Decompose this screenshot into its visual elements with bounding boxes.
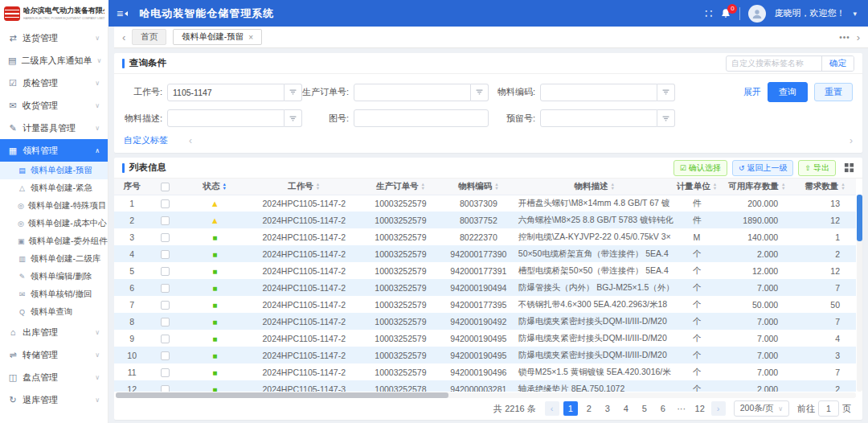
custom-tags-link[interactable]: 自定义标签 [124,134,168,146]
sidebar-item-create-reserve[interactable]: ▤领料单创建-预留 [0,162,108,179]
select-all-checkbox[interactable] [161,183,170,191]
close-icon[interactable]: × [248,33,253,42]
tags-scroll-right-icon[interactable]: › [850,135,853,146]
column-header-material_desc[interactable]: 物料描述▲▼ [515,179,674,195]
sort-icon[interactable]: ▲▼ [611,183,615,191]
column-header-stock[interactable]: 可用库存数量▲▼ [719,179,794,195]
sidebar-item-stocktake[interactable]: ◫盘点管理∨ [0,366,108,388]
sidebar-item-delivery[interactable]: ⇄送货管理∨ [0,27,108,49]
row-checkbox[interactable] [161,301,170,310]
horizontal-scrollbar-thumb[interactable] [116,392,448,398]
pagination-prev-button[interactable]: ‹ [545,401,559,416]
table-row[interactable]: 2▲2024HPC1105-1147-21000325257980037752六… [114,212,856,228]
sidebar-item-order-query[interactable]: Q领料单查询 [0,303,108,321]
material-desc-input[interactable] [167,109,285,127]
sidebar-item-create-outsource[interactable]: ▣领料单创建-委外组件 [0,232,108,250]
material-code-input[interactable] [540,84,657,101]
sidebar-item-quality[interactable]: ☑质检管理∨ [0,72,108,94]
tab-0[interactable]: 首页 [132,29,166,45]
sidebar-item-create-l2[interactable]: ▥领料单创建-二级库 [0,250,108,268]
vertical-scrollbar-thumb[interactable] [857,195,862,241]
horizontal-scrollbar[interactable] [116,392,856,398]
work-no-input[interactable] [167,84,285,101]
table-row[interactable]: 12■2024HPC1105-1147-31000325257894200000… [114,380,856,392]
sidebar-item-l2-inbound-notice[interactable]: ▤二级库入库通知单∨ [0,49,108,72]
user-greeting[interactable]: 庞晓明，欢迎您！ [774,7,845,19]
sidebar-item-receiving[interactable]: ✉收货管理∨ [0,94,108,117]
sort-icon[interactable]: ▲▼ [713,183,717,191]
pagination-next-button[interactable]: › [711,401,726,416]
sidebar-item-writeoff-revoke[interactable]: ✉领料单核销/撤回 [0,285,108,303]
pagination-page-12[interactable]: 12 [693,401,707,416]
column-header-unit[interactable]: 计量单位▲▼ [674,179,720,195]
table-row[interactable]: 7■2024HPC1105-1147-210003252579942000177… [114,296,856,313]
filter-icon[interactable] [657,109,675,127]
tabs-scroll-right-icon[interactable]: › [857,31,860,43]
row-checkbox[interactable] [161,267,170,276]
column-header-checkbox[interactable] [149,179,180,195]
table-row[interactable]: 11■2024HPC1105-1147-21000325257994200019… [114,363,856,380]
tags-scroll-left-icon[interactable]: ‹ [189,135,192,146]
row-checkbox[interactable] [161,284,170,293]
column-header-status[interactable]: 状态▲▼ [181,179,249,195]
pagination-page-5[interactable]: 5 [637,401,652,416]
pagination-page-6[interactable]: 6 [656,401,670,416]
sort-icon[interactable]: ▲▼ [841,183,845,191]
column-settings-icon[interactable] [844,162,854,173]
chevron-down-icon[interactable]: ▾ [853,10,857,18]
column-header-work_no[interactable]: 工作号▲▼ [249,179,359,195]
table-row[interactable]: 3■2024HPC1105-1147-21000325257980222370控… [114,228,856,245]
row-checkbox[interactable] [161,385,170,392]
sidebar-item-create-urgent[interactable]: △领料单创建-紧急 [0,179,108,197]
page-size-select[interactable]: 200条/页∨ [734,400,789,417]
goto-page-input[interactable] [818,400,839,417]
sidebar-item-edit-delete[interactable]: ✎领料单编辑/删除 [0,268,108,285]
table-row[interactable]: 9■2024HPC1105-1147-210003252579942000190… [114,330,856,347]
table-row[interactable]: 8■2024HPC1105-1147-210003252579942000190… [114,313,856,330]
filter-icon[interactable] [471,84,489,101]
sidebar-item-measuring-tools[interactable]: ✎计量器具管理∨ [0,117,108,139]
row-checkbox[interactable] [161,216,170,225]
sort-icon[interactable]: ▲▼ [781,183,785,191]
table-row[interactable]: 1▲2024HPC1105-1147-21000325257980037309开… [114,195,856,212]
sort-icon[interactable]: ▲▼ [420,183,424,191]
export-button[interactable]: ⇧导出 [798,160,836,176]
vertical-scrollbar[interactable] [857,195,862,392]
sidebar-item-return[interactable]: ↻退库管理∨ [0,388,108,411]
pagination-page-3[interactable]: 3 [600,401,615,416]
avatar[interactable] [748,5,766,23]
sort-icon[interactable]: ▲▼ [222,183,226,191]
sidebar-item-create-cost-center[interactable]: ◎领料单创建-成本中心 [0,215,108,232]
table-row[interactable]: 4■2024HPC1105-1147-210003252579942000177… [114,245,856,262]
filter-icon[interactable] [285,109,302,127]
row-checkbox[interactable] [161,318,170,326]
row-checkbox[interactable] [161,199,170,208]
table-row[interactable]: 10■2024HPC1105-1147-21000325257994200019… [114,347,856,363]
tabs-scroll-left-icon[interactable]: ‹ [122,31,125,43]
back-to-parent-button[interactable]: ↺返回上一级 [732,160,794,176]
pagination-page-4[interactable]: 4 [619,401,633,416]
tag-search-input[interactable] [727,59,821,68]
sidebar-item-create-special[interactable]: ◎领料单创建-特殊项目 [0,197,108,215]
column-header-demand[interactable]: 需求数量▲▼ [794,179,856,195]
confirm-selection-button[interactable]: ☑确认选择 [674,160,727,176]
reset-button[interactable]: 重置 [814,83,853,101]
expand-link[interactable]: 展开 [743,86,761,98]
drawing-no-input[interactable] [354,109,489,127]
tab-1[interactable]: 领料单创建-预留× [173,29,262,45]
tabs-more-button[interactable]: ••• [839,33,850,42]
row-checkbox[interactable] [161,233,170,242]
filter-icon[interactable] [285,84,302,101]
reserve-no-input[interactable] [540,109,657,127]
pagination-page-1[interactable]: 1 [563,401,578,416]
sidebar-item-outbound[interactable]: ⌂出库管理∨ [0,321,108,343]
fullscreen-icon[interactable]: ∷ [705,6,713,21]
table-row[interactable]: 6■2024HPC1105-1147-210003252579942000190… [114,279,856,296]
table-row[interactable]: 5■2024HPC1105-1147-210003252579942000177… [114,262,856,279]
row-checkbox[interactable] [161,368,170,377]
tag-search-confirm-button[interactable]: 确定 [821,56,854,71]
search-button[interactable]: 查询 [768,82,808,102]
row-checkbox[interactable] [161,335,170,343]
row-checkbox[interactable] [161,250,170,259]
column-header-material_code[interactable]: 物料编码▲▼ [442,179,515,195]
